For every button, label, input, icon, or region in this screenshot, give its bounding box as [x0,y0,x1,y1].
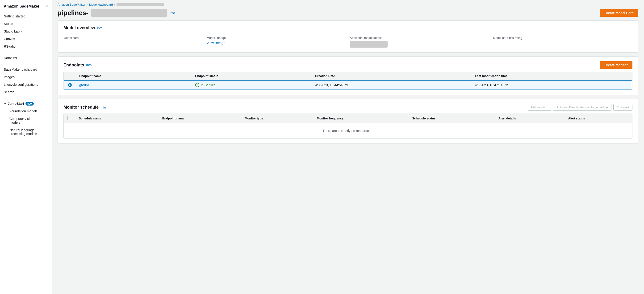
sidebar: Amazon SageMaker × Getting started Studi… [0,0,52,294]
sidebar-item-lifecycle-configurations[interactable]: Lifecycle configurations [0,81,52,88]
model-overview-info-link[interactable]: Info [97,26,102,30]
endpoints-title: Endpoints [64,63,84,68]
endpoints-table-header-row: Endpoint name Endpoint status Creation D… [64,72,632,80]
model-overview-card: Model overview Info Model card - Model l… [58,20,638,52]
endpoints-header: Endpoints Info Create Monitor [64,61,632,69]
sidebar-item-sagemaker-dashboard[interactable]: SageMaker dashboard [0,66,52,73]
monitor-select-all-checkbox[interactable] [68,116,71,120]
monitor-title-row: Monitor schedule Info [64,105,106,110]
model-overview-grid: Model card - Model lineage View lineage … [64,34,632,48]
model-col-label-additional: Additional model details [350,36,489,40]
endpoints-title-row: Endpoints Info [64,63,92,68]
jumpstart-section: ▼ JumpStart NEW Foundation models Comput… [0,100,52,140]
sidebar-item-studio[interactable]: Studio [0,20,52,27]
sidebar-divider-2 [0,64,52,64]
sidebar-divider-1 [0,52,52,52]
edit-alert-button[interactable]: Edit alert [613,104,632,111]
jumpstart-sub-items: Foundation models Computer vision models… [4,107,48,138]
jumpstart-label-text: JumpStart [8,102,24,106]
model-col-lineage: Model lineage View lineage [207,36,346,48]
endpoint-radio-button[interactable] [68,83,72,87]
model-col-redacted-additional [350,41,388,48]
model-col-value-risk: - [493,41,632,45]
monitor-actions: Edit monitor Activate/ Deactivate monito… [528,104,632,111]
radio-inner [69,84,70,86]
create-model-card-button[interactable]: Create Model Card [600,9,638,17]
sidebar-title: Amazon SageMaker [4,4,40,8]
breadcrumb-sep-1: › [87,3,88,6]
main-content: Amazon SageMaker › Model dashboard › pip… [52,0,644,294]
sidebar-item-foundation-models[interactable]: Foundation models [4,107,48,115]
sidebar-item-canvas[interactable]: Canvas [0,35,52,43]
endpoint-radio-cell[interactable] [64,80,76,90]
breadcrumb: Amazon SageMaker › Model dashboard › [52,0,644,7]
endpoints-col-radio [64,72,76,80]
activate-deactivate-button[interactable]: Activate/ Deactivate monitor schedule [553,104,612,111]
endpoints-card: Endpoints Info Create Monitor Endpoint n… [58,56,638,95]
endpoint-status-cell: ✓ In Service [191,80,311,90]
endpoints-col-creation-date: Creation Date [312,72,471,80]
table-row[interactable]: group1 ✓ In Service 4/3/2023, 10:44:54 P… [64,80,632,90]
sidebar-header: Amazon SageMaker × [0,4,52,12]
sidebar-divider-3 [0,98,52,98]
sidebar-item-search[interactable]: Search [0,88,52,96]
edit-monitor-button[interactable]: Edit monitor [528,104,551,111]
sidebar-close-button[interactable]: × [45,4,48,9]
model-overview-header: Model overview Info [64,25,632,30]
breadcrumb-current [116,3,164,6]
endpoint-status: ✓ In Service [195,83,307,87]
monitor-col-monitor-frequency: Monitor frequency [313,114,408,123]
monitor-empty-message: There are currently no resources. [64,123,632,139]
sidebar-nav: Getting started Studio Studio Lab ↗ Canv… [0,12,52,140]
endpoints-table-wrapper: Endpoint name Endpoint status Creation D… [64,72,632,90]
monitor-table-wrapper: Schedule name Endpoint name Monitor type… [64,114,632,139]
sidebar-item-getting-started[interactable]: Getting started [0,12,52,20]
model-col-additional-details: Additional model details [350,36,489,48]
breadcrumb-sagemaker[interactable]: Amazon SageMaker [58,3,86,6]
monitor-col-alert-details: Alert details [495,114,564,123]
status-check-icon: ✓ [195,83,199,87]
jumpstart-toggle[interactable]: ▼ JumpStart NEW [4,102,48,106]
page-header: pipelines- Info Create Model Card [52,7,644,20]
sidebar-item-images[interactable]: Images [0,73,52,81]
model-col-label-model-card: Model card [64,36,203,40]
monitor-schedule-info-link[interactable]: Info [100,106,106,109]
endpoint-name-link[interactable]: group1 [79,83,90,87]
sidebar-item-domains[interactable]: Domains [0,54,52,62]
model-col-label-lineage: Model lineage [207,36,346,40]
monitor-schedule-header: Monitor schedule Info Edit monitor Activ… [64,104,632,111]
sidebar-item-studio-lab[interactable]: Studio Lab ↗ [0,27,52,35]
new-badge: NEW [26,102,34,106]
page-info-link[interactable]: Info [170,11,175,15]
monitor-schedule-table: Schedule name Endpoint name Monitor type… [64,114,632,138]
model-col-risk-rating: Model card risk rating - [493,36,632,48]
create-monitor-button[interactable]: Create Monitor [600,61,632,69]
endpoint-name-cell: group1 [76,80,191,90]
sidebar-item-nlp[interactable]: Natural language processing models [4,126,48,138]
sidebar-item-rstudio[interactable]: RStudio [0,43,52,50]
endpoints-info-link[interactable]: Info [86,63,92,67]
monitor-schedule-title: Monitor schedule [64,105,98,110]
endpoint-status-label: In Service [201,83,215,87]
endpoint-creation-date-cell: 4/3/2023, 10:44:54 PM [312,80,471,90]
breadcrumb-model-dashboard[interactable]: Model dashboard [89,3,113,6]
model-col-label-risk: Model card risk rating [493,36,632,40]
page-title-redacted [91,9,167,17]
model-overview-title-row: Model overview Info [64,25,102,30]
monitor-col-schedule-status: Schedule status [408,114,495,123]
breadcrumb-sep-2: › [114,3,115,6]
monitor-col-alert-status: Alert status [564,114,632,123]
endpoints-col-status: Endpoint status [191,72,311,80]
sidebar-item-computer-vision[interactable]: Computer vision models [4,115,48,126]
endpoint-last-modified-cell: 4/3/2023, 10:47:14 PM [471,80,632,90]
model-col-value-model-card: - [64,41,203,45]
endpoints-col-name: Endpoint name [76,72,191,80]
model-col-model-card: Model card - [64,36,203,48]
monitor-col-endpoint-name: Endpoint name [158,114,241,123]
monitor-table-header-row: Schedule name Endpoint name Monitor type… [64,114,632,123]
endpoints-table: Endpoint name Endpoint status Creation D… [64,72,632,90]
page-title-row: pipelines- Info [58,9,175,17]
monitor-col-schedule-name: Schedule name [75,114,158,123]
page-title: pipelines- [58,9,88,17]
view-lineage-link[interactable]: View lineage [207,41,225,45]
